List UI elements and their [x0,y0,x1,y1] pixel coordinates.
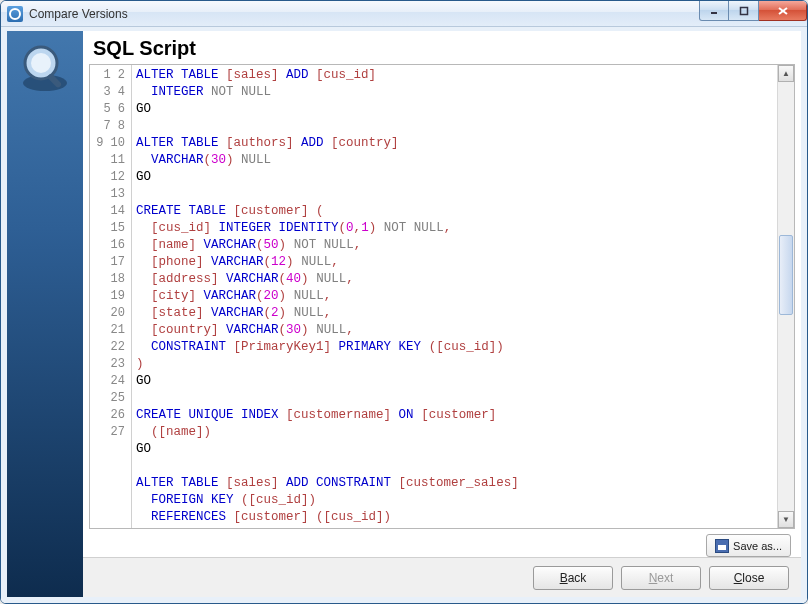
scroll-up-arrow-icon[interactable]: ▲ [778,65,794,82]
window-title: Compare Versions [29,7,128,21]
line-gutter: 1 2 3 4 5 6 7 8 9 10 11 12 13 14 15 16 1… [90,65,132,528]
save-as-button[interactable]: Save as... [706,534,791,557]
magnifier-icon [17,39,73,95]
back-button[interactable]: Back [533,566,613,590]
close-button[interactable]: Close [709,566,789,590]
svg-point-6 [31,53,51,73]
main-panel: SQL Script 1 2 3 4 5 6 7 8 9 10 11 12 13… [83,31,801,597]
next-button: Next [621,566,701,590]
save-row: Save as... [83,531,801,557]
vertical-scrollbar[interactable]: ▲ ▼ [777,65,794,528]
svg-line-3 [779,8,787,14]
svg-line-2 [779,8,787,14]
svg-rect-1 [740,7,747,14]
wizard-footer: Back Next Close [83,557,801,597]
compare-versions-window: Compare Versions [0,0,808,604]
maximize-button[interactable] [729,1,759,21]
titlebar[interactable]: Compare Versions [1,1,807,27]
code-area[interactable]: ALTER TABLE [sales] ADD [cus_id] INTEGER… [132,65,777,528]
scrollbar-thumb[interactable] [779,235,793,315]
wizard-sidebar [7,31,83,597]
floppy-disk-icon [715,539,729,553]
app-icon [7,6,23,22]
client-area: SQL Script 1 2 3 4 5 6 7 8 9 10 11 12 13… [1,27,807,603]
scroll-down-arrow-icon[interactable]: ▼ [778,511,794,528]
page-title: SQL Script [83,31,801,64]
close-window-button[interactable] [759,1,807,21]
save-as-label: Save as... [733,540,782,552]
window-controls [699,1,807,21]
sql-editor[interactable]: 1 2 3 4 5 6 7 8 9 10 11 12 13 14 15 16 1… [89,64,795,529]
minimize-button[interactable] [699,1,729,21]
